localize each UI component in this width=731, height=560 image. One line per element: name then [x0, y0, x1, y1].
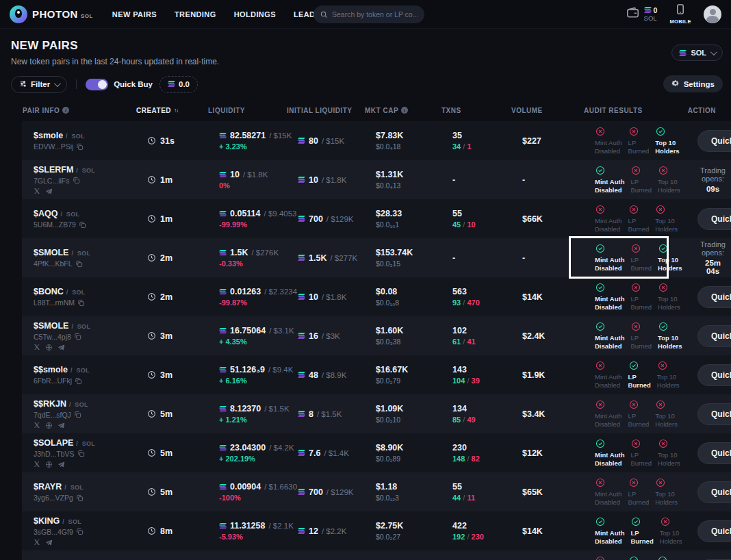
copy-address-icon[interactable] — [76, 528, 84, 535]
table-row[interactable]: $RAYR/ SOL 3yg6...VZPg 5m 0.00904/ $1.66… — [22, 472, 731, 511]
token-name[interactable]: $SOLAPE — [34, 438, 73, 448]
table-row[interactable]: $SOLAPE/ SOL J3hD...TbVS 5m 23.04300/ $4… — [22, 433, 731, 472]
quick-buy-button[interactable]: Quick Buy — [697, 364, 731, 386]
table-row[interactable]: $AQQ/ SOL 5U6M...ZB79 1m 0.05114/ $9.405… — [22, 199, 731, 238]
x-twitter-icon[interactable] — [34, 461, 40, 468]
copy-icon[interactable] — [73, 177, 80, 184]
website-icon[interactable] — [45, 344, 53, 351]
pair-info-cell[interactable]: $SMOLE/ SOL 4PfK...KbFL — [34, 248, 147, 268]
quick-buy-button[interactable]: Quick Buy — [697, 325, 731, 347]
copy-address-icon[interactable] — [74, 333, 81, 340]
copy-address-icon[interactable] — [79, 221, 86, 229]
quick-buy-toggle[interactable] — [86, 79, 108, 90]
token-name[interactable]: $SMOLE — [34, 248, 68, 257]
quick-buy-button[interactable]: Quick Buy — [697, 403, 731, 425]
col-volume[interactable]: VOLUME — [511, 107, 584, 114]
table-row[interactable]: $$RKJN/ SOL 7qdE...sfQJ 5m 8.12370/ $1.5… — [22, 394, 731, 433]
telegram-icon[interactable] — [57, 344, 65, 351]
x-twitter-icon[interactable] — [34, 422, 40, 429]
col-txns[interactable]: TXNS — [441, 107, 511, 114]
token-name[interactable]: $SMOLE — [34, 321, 68, 331]
telegram-icon[interactable] — [57, 422, 65, 429]
copy-icon[interactable] — [76, 494, 84, 502]
copy-address-icon[interactable] — [76, 494, 84, 502]
quick-buy-button[interactable]: Quick Buy — [697, 130, 731, 152]
token-name[interactable]: $KING — [34, 516, 60, 526]
pair-info-cell[interactable]: $AQQ/ SOL 5U6M...ZB79 — [34, 209, 147, 229]
copy-address-icon[interactable] — [75, 377, 82, 385]
table-row[interactable]: $KING/ SOL 3sGB...4Gf9 8m 11.31258/ $2.1… — [22, 511, 731, 550]
x-twitter-icon[interactable] — [34, 539, 40, 546]
telegram-icon[interactable] — [57, 461, 65, 468]
copy-address-icon[interactable] — [77, 299, 85, 307]
token-name[interactable]: $RAYR — [34, 482, 62, 492]
quick-buy-amount-input[interactable]: 0.0 — [159, 76, 198, 93]
token-name[interactable]: $$RKJN — [34, 399, 66, 409]
copy-icon[interactable] — [74, 333, 81, 340]
avatar[interactable] — [704, 5, 721, 23]
copy-icon[interactable] — [75, 260, 83, 268]
quick-buy-button[interactable]: Quick Buy — [697, 442, 731, 464]
telegram-icon[interactable] — [45, 188, 53, 195]
pair-info-cell[interactable]: $$smole/ SOL 6FbR...UFkj — [34, 365, 147, 385]
nav-link-new-pairs[interactable]: NEW PAIRS — [112, 10, 157, 18]
pair-info-cell[interactable]: $SLERFM/ SOL 7GLC...iiFs — [34, 165, 147, 195]
col-liquidity[interactable]: LIQUIDITY — [208, 107, 287, 114]
copy-icon[interactable] — [76, 143, 84, 151]
x-twitter-icon[interactable] — [34, 344, 40, 351]
pair-info-cell[interactable]: $SMOLE/ SOL C5Tw...4pj8 — [34, 321, 147, 351]
wallet-balance[interactable]: 0 SOL — [626, 7, 658, 22]
table-row[interactable]: $SMOLE/ SOL 4PfK...KbFL 2m 1.5K/ $276K -… — [22, 238, 731, 277]
copy-address-icon[interactable] — [74, 411, 81, 418]
search-bar[interactable] — [313, 5, 424, 23]
mobile-button[interactable]: MOBILE — [669, 4, 691, 25]
col-audit-results[interactable]: AUDIT RESULTS — [584, 107, 687, 114]
copy-address-icon[interactable] — [73, 177, 80, 184]
token-name[interactable]: $smole — [34, 131, 63, 140]
filter-button[interactable]: Filter — [11, 76, 67, 93]
copy-address-icon[interactable] — [75, 260, 83, 268]
telegram-icon[interactable] — [57, 461, 65, 468]
copy-icon[interactable] — [76, 528, 84, 535]
x-twitter-icon[interactable] — [34, 539, 40, 546]
pair-info-cell[interactable]: $SOLAPE/ SOL J3hD...TbVS — [34, 438, 147, 468]
website-icon[interactable] — [45, 461, 53, 468]
table-row[interactable]: $$smole/ SOL 6FbR...UFkj 3m 51.126₃9/ $9… — [22, 355, 731, 394]
pair-info-cell[interactable]: $KING/ SOL 3sGB...4Gf9 — [34, 516, 147, 546]
copy-address-icon[interactable] — [76, 143, 84, 151]
nav-link-trending[interactable]: TRENDING — [175, 10, 216, 18]
col-pair-info[interactable]: PAIR INFOi — [23, 107, 136, 114]
telegram-icon[interactable] — [45, 539, 53, 546]
pair-info-cell[interactable]: $smole/ SOL EDVW...PSij — [34, 131, 147, 151]
table-row[interactable]: $SMOLE/ SOL C5Tw...4pj8 3m 16.75064/ $3.… — [22, 316, 731, 355]
token-name[interactable]: $AQQ — [34, 209, 57, 218]
copy-icon[interactable] — [74, 411, 81, 418]
quick-buy-button[interactable]: Quick Buy — [697, 481, 731, 503]
website-icon[interactable] — [45, 344, 53, 351]
search-input[interactable] — [332, 10, 418, 18]
photon-logo[interactable]: PHOTON SOL — [10, 5, 93, 23]
settings-button[interactable]: Settings — [663, 75, 723, 92]
col-initial-liquidity[interactable]: INITIAL LIQUIDITY — [287, 107, 365, 114]
token-name[interactable]: $$smole — [34, 365, 68, 374]
pair-info-cell[interactable]: $$RKJN/ SOL 7qdE...sfQJ — [34, 399, 147, 429]
x-twitter-icon[interactable] — [34, 188, 40, 194]
table-row[interactable]: $smole/ SOL EDVW...PSij 31s 82.58271/ $1… — [22, 121, 731, 160]
col-created[interactable]: CREATED↑↓ — [136, 107, 208, 114]
website-icon[interactable] — [45, 422, 53, 429]
nav-link-holdings[interactable]: HOLDINGS — [234, 10, 276, 18]
copy-icon[interactable] — [77, 299, 85, 307]
quick-buy-button[interactable]: Quick Buy — [697, 520, 731, 542]
copy-icon[interactable] — [79, 221, 86, 229]
x-twitter-icon[interactable] — [34, 344, 40, 351]
currency-selector[interactable]: SOL — [671, 44, 723, 61]
table-row[interactable]: $SLERFM/ SOL 7GLC...iiFs 1m 10/ $1.8K 0%… — [22, 160, 731, 199]
token-name[interactable]: $BONC — [34, 287, 64, 296]
copy-icon[interactable] — [75, 377, 82, 385]
quick-buy-button[interactable]: Quick Buy — [697, 208, 731, 230]
table-row[interactable]: $BONC/ SOL L88T...rmNM 2m 0.01263/ $2.32… — [22, 277, 731, 316]
telegram-icon[interactable] — [57, 344, 65, 351]
x-twitter-icon[interactable] — [34, 461, 40, 468]
telegram-icon[interactable] — [45, 188, 53, 195]
x-twitter-icon[interactable] — [34, 188, 40, 194]
